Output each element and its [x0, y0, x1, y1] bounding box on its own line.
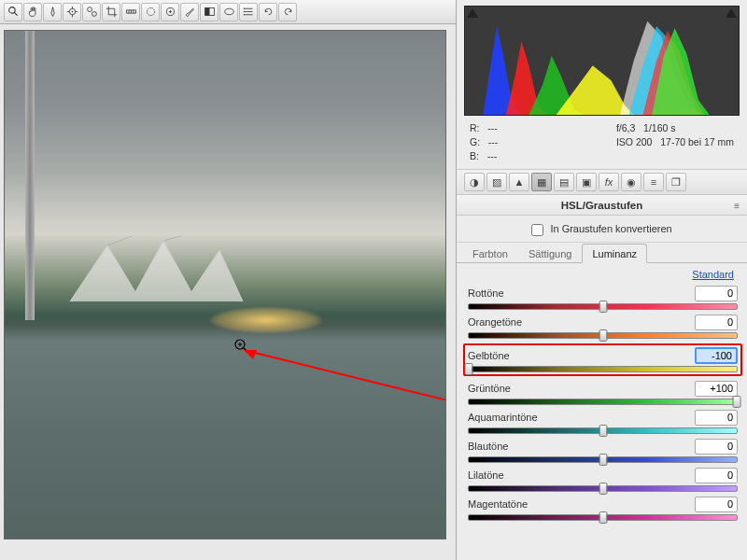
slider-value-input[interactable] — [695, 315, 738, 330]
svg-point-24 — [243, 7, 245, 9]
slider-track[interactable] — [468, 427, 738, 434]
spot-icon[interactable] — [141, 3, 160, 21]
r-label: R: — [470, 122, 480, 133]
svg-point-25 — [243, 11, 245, 13]
target-adjust-icon[interactable] — [82, 3, 101, 21]
slider-thumb[interactable] — [599, 425, 607, 437]
image-preview[interactable] — [4, 30, 446, 539]
slider-thumb[interactable] — [733, 396, 741, 408]
straighten-icon[interactable] — [121, 3, 140, 21]
svg-point-3 — [71, 11, 73, 13]
slider-thumb[interactable] — [599, 511, 607, 524]
histogram-graph — [465, 7, 739, 115]
lens-value: 17-70 bei 17 mm — [660, 136, 734, 147]
slider-row-aqua: Aquamarintöne — [468, 410, 738, 434]
presets-panel-icon[interactable]: ≡ — [643, 173, 664, 191]
slider-track[interactable] — [468, 456, 738, 463]
camera-panel-icon[interactable]: ◉ — [621, 173, 641, 191]
annotation-arrow-icon — [244, 350, 446, 400]
tab-hue[interactable]: Farbton — [462, 244, 518, 263]
slider-value-input[interactable] — [695, 497, 738, 512]
exif-readout: f/6,3 1/160 s ISO 200 17-70 bei 17 mm — [616, 121, 734, 163]
shutter-value: 1/160 s — [643, 122, 675, 133]
svg-line-28 — [163, 236, 247, 241]
slider-label: Magentatöne — [468, 498, 528, 510]
slider-value-input[interactable] — [695, 439, 738, 455]
hsl-panel-icon[interactable]: ▦ — [531, 173, 552, 191]
shadow-clip-icon[interactable] — [467, 8, 478, 18]
radial-icon[interactable] — [219, 3, 238, 21]
photo-tower — [25, 31, 35, 320]
panel-title-text: HSL/Graustufen — [561, 200, 643, 211]
highlight-clip-icon[interactable] — [726, 8, 737, 18]
b-value: --- — [487, 150, 498, 161]
svg-line-27 — [107, 236, 229, 245]
svg-point-0 — [8, 7, 15, 14]
right-panel: R: --- G: --- B: --- f/6,3 1/160 s ISO 2… — [456, 0, 747, 560]
slider-thumb[interactable] — [599, 329, 607, 342]
slider-value-input[interactable] — [695, 468, 738, 483]
svg-rect-19 — [204, 7, 209, 15]
brush-icon[interactable] — [180, 3, 199, 21]
gradient-icon[interactable] — [200, 3, 218, 21]
redeye-icon[interactable] — [161, 3, 179, 21]
fx-panel-icon[interactable]: fx — [599, 173, 619, 191]
b-label: B: — [470, 150, 479, 161]
slider-value-input[interactable] — [695, 286, 738, 301]
detail-panel-icon[interactable]: ▲ — [509, 173, 529, 191]
slider-value-input[interactable] — [695, 410, 738, 426]
slider-track[interactable] — [468, 399, 738, 405]
rotate-cw-icon[interactable] — [278, 3, 297, 21]
slider-row-magenta: Magentatöne — [468, 497, 738, 521]
slider-track[interactable] — [468, 514, 738, 521]
slider-row-orange: Orangetöne — [468, 315, 738, 339]
svg-point-26 — [243, 14, 245, 16]
slider-label: Rottöne — [468, 287, 504, 299]
wb-icon[interactable] — [43, 3, 62, 21]
convert-grayscale-label: In Graustufen konvertieren — [550, 223, 671, 234]
svg-point-20 — [224, 8, 233, 15]
hsl-tabs: Farbton Sättigung Luminanz — [457, 243, 747, 263]
hand-icon[interactable] — [23, 3, 42, 21]
zoom-icon[interactable] — [4, 3, 22, 21]
lens-panel-icon[interactable]: ▣ — [576, 173, 597, 191]
slider-row-purple: Lilatöne — [468, 468, 738, 492]
photo-highlight-glow — [210, 307, 322, 333]
crop-icon[interactable] — [102, 3, 120, 21]
rgb-readout: R: --- G: --- B: --- — [470, 121, 498, 163]
panel-menu-icon[interactable]: ≡ — [734, 201, 740, 211]
info-readout: R: --- G: --- B: --- f/6,3 1/160 s ISO 2… — [457, 119, 747, 170]
snapshots-panel-icon[interactable]: ❐ — [666, 173, 686, 191]
list-icon[interactable] — [239, 3, 258, 21]
convert-grayscale-checkbox[interactable] — [531, 224, 543, 236]
slider-value-input[interactable] — [695, 381, 738, 397]
panel-title: HSL/Graustufen ≡ — [457, 195, 747, 216]
svg-point-8 — [87, 7, 92, 12]
tab-saturation[interactable]: Sättigung — [518, 244, 582, 263]
r-value: --- — [487, 122, 498, 133]
basic-panel-icon[interactable]: ◑ — [464, 173, 485, 191]
split-panel-icon[interactable]: ▤ — [554, 173, 574, 191]
g-label: G: — [470, 136, 480, 147]
convert-grayscale-row: In Graustufen konvertieren — [457, 216, 747, 243]
slider-label: Grüntöne — [468, 383, 511, 394]
slider-track[interactable] — [468, 303, 738, 310]
slider-track[interactable] — [468, 332, 738, 339]
histogram[interactable] — [464, 6, 740, 116]
slider-label: Aquamarintöne — [468, 412, 538, 423]
curve-panel-icon[interactable]: ▨ — [486, 173, 507, 191]
slider-track[interactable] — [468, 366, 738, 372]
slider-value-input[interactable] — [695, 347, 738, 364]
tab-luminance[interactable]: Luminanz — [582, 244, 647, 263]
svg-point-14 — [147, 7, 154, 15]
slider-track[interactable] — [468, 485, 738, 492]
slider-thumb[interactable] — [599, 483, 607, 495]
slider-thumb[interactable] — [465, 363, 473, 375]
color-sampler-icon[interactable] — [63, 3, 81, 21]
slider-thumb[interactable] — [599, 301, 607, 313]
standard-link[interactable]: Standard — [692, 269, 734, 280]
slider-thumb[interactable] — [599, 454, 607, 466]
slider-label: Lilatöne — [468, 469, 504, 481]
rotate-ccw-icon[interactable] — [259, 3, 277, 21]
slider-row-yellow: Gelbtöne — [463, 343, 742, 376]
